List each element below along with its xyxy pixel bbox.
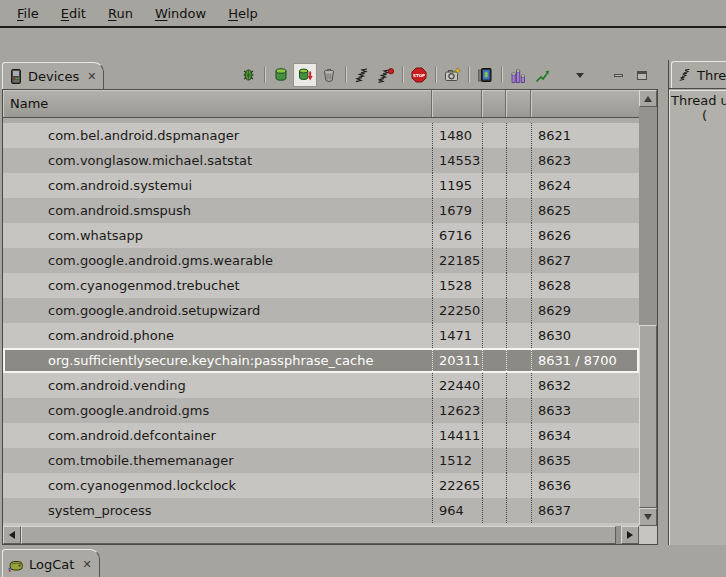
cell-name: com.google.android.setupwizard <box>3 298 432 323</box>
cell-name: com.whatsapp <box>3 223 432 248</box>
maximize-button[interactable] <box>630 63 654 87</box>
column-header-pid[interactable] <box>432 90 482 117</box>
cell-e1 <box>482 248 506 273</box>
cell-e2 <box>506 398 531 423</box>
cell-name: com.vonglasow.michael.satstat <box>3 148 432 173</box>
table-row[interactable]: com.vonglasow.michael.satstat145538623 <box>3 148 639 173</box>
table-row[interactable]: com.google.android.setupwizard222508629 <box>3 298 639 323</box>
threads-content: Thread up ( <box>669 90 726 545</box>
table-row[interactable]: com.google.android.gms126238633 <box>3 398 639 423</box>
table-row[interactable]: system_process9648637 <box>3 498 639 523</box>
cell-name: com.android.phone <box>3 323 432 348</box>
cell-e2 <box>506 198 531 223</box>
horizontal-scrollbar-thumb[interactable] <box>21 526 616 544</box>
cell-port: 8630 <box>531 323 639 348</box>
column-header-name[interactable]: Name <box>3 90 432 117</box>
scroll-down-button[interactable] <box>639 508 657 526</box>
column-header-3[interactable] <box>506 90 531 117</box>
arrow-right-icon <box>627 531 633 539</box>
column-header-port[interactable] <box>531 90 639 117</box>
cell-pid: 1471 <box>432 323 482 348</box>
menu-help[interactable]: Help <box>217 3 269 24</box>
cell-e1 <box>482 348 506 373</box>
table-row[interactable]: com.android.vending224408632 <box>3 373 639 398</box>
column-header-2[interactable] <box>482 90 506 117</box>
cell-e2 <box>506 448 531 473</box>
debug-attach-button[interactable] <box>236 63 260 87</box>
table-row[interactable]: com.tmobile.thememanager15128635 <box>3 448 639 473</box>
view-hierarchy-button[interactable] <box>473 63 497 87</box>
cell-pid: 964 <box>432 498 482 523</box>
table-row[interactable]: com.android.phone14718630 <box>3 323 639 348</box>
devices-tabbar: Devices ✕ <box>0 60 660 89</box>
device-table-header: Name <box>3 90 639 118</box>
scroll-left-button[interactable] <box>3 526 21 544</box>
profiler-arrow-icon <box>534 68 550 83</box>
table-row[interactable]: com.android.systemui11958624 <box>3 173 639 198</box>
method-profiling-button[interactable] <box>506 63 530 87</box>
cell-port: 8636 <box>531 473 639 498</box>
profiler-arrow-button[interactable] <box>530 63 554 87</box>
cell-name: com.google.android.gms <box>3 398 432 423</box>
table-row[interactable]: com.cyanogenmod.trebuchet15288628 <box>3 273 639 298</box>
table-row[interactable]: com.android.defcontainer144118634 <box>3 423 639 448</box>
cell-e1 <box>482 323 506 348</box>
close-icon[interactable]: ✕ <box>87 71 96 82</box>
logcat-view: LogCat ✕ <box>0 545 726 577</box>
menu-window[interactable]: Window <box>144 3 217 24</box>
toolbar-separator <box>435 67 436 83</box>
cell-pid: 14553 <box>432 148 482 173</box>
table-row[interactable]: com.android.smspush16798625 <box>3 198 639 223</box>
cell-name: com.android.defcontainer <box>3 423 432 448</box>
table-row[interactable]: com.google.android.gms.wearable221858627 <box>3 248 639 273</box>
dump-threads-button[interactable] <box>374 63 398 87</box>
main-toolbar <box>0 30 726 60</box>
cell-name: org.sufficientlysecure.keychain:passphra… <box>3 348 432 373</box>
panel-sash[interactable] <box>660 60 668 545</box>
cell-port: 8625 <box>531 198 639 223</box>
vertical-scrollbar-thumb[interactable] <box>639 325 657 508</box>
stop-process-button[interactable]: STOP <box>407 63 431 87</box>
menu-run[interactable]: Run <box>97 3 144 24</box>
cell-e2 <box>506 173 531 198</box>
tab-threads-label: Threads <box>697 68 726 83</box>
menu-file[interactable]: File <box>6 3 50 24</box>
menu-edit[interactable]: Edit <box>50 3 97 24</box>
main-area: Devices ✕ <box>0 60 726 545</box>
close-icon[interactable]: ✕ <box>82 558 91 571</box>
cell-e1 <box>482 448 506 473</box>
threads-message-line1: Thread up <box>671 93 726 108</box>
cell-name: com.android.systemui <box>3 173 432 198</box>
cell-name: com.cyanogenmod.trebuchet <box>3 273 432 298</box>
threads-tabbar: Threads <box>669 60 726 89</box>
cell-port: 8633 <box>531 398 639 423</box>
minimize-button[interactable] <box>606 63 630 87</box>
scroll-up-button[interactable] <box>639 90 657 107</box>
cell-port: 8631 / 8700 <box>531 348 639 373</box>
update-heap-button[interactable] <box>269 63 293 87</box>
cause-gc-button[interactable] <box>317 63 341 87</box>
devices-view: Devices ✕ <box>0 60 660 545</box>
table-row[interactable]: com.cyanogenmod.lockclock222658636 <box>3 473 639 498</box>
update-threads-button[interactable] <box>350 63 374 87</box>
cell-e2 <box>506 223 531 248</box>
tab-threads[interactable]: Threads <box>671 61 726 88</box>
table-row[interactable]: com.bel.android.dspmanager14808621 <box>3 123 639 148</box>
table-row[interactable]: org.sufficientlysecure.keychain:passphra… <box>3 348 639 373</box>
cell-e1 <box>482 123 506 148</box>
scroll-right-button[interactable] <box>621 526 639 544</box>
dump-hprof-icon <box>297 67 313 83</box>
dump-hprof-button[interactable] <box>293 63 317 87</box>
vertical-scrollbar[interactable] <box>639 90 657 526</box>
table-row[interactable]: com.whatsapp67168626 <box>3 223 639 248</box>
screen-capture-button[interactable] <box>440 63 464 87</box>
view-menu-button[interactable] <box>568 63 592 87</box>
cell-pid: 1512 <box>432 448 482 473</box>
minimize-icon <box>614 74 623 77</box>
tab-logcat[interactable]: LogCat ✕ <box>2 549 100 577</box>
logcat-icon <box>8 557 24 573</box>
cell-e2 <box>506 348 531 373</box>
tab-devices[interactable]: Devices ✕ <box>2 62 104 89</box>
horizontal-scrollbar[interactable] <box>3 526 639 544</box>
view-menu-chevron-icon <box>576 73 584 78</box>
